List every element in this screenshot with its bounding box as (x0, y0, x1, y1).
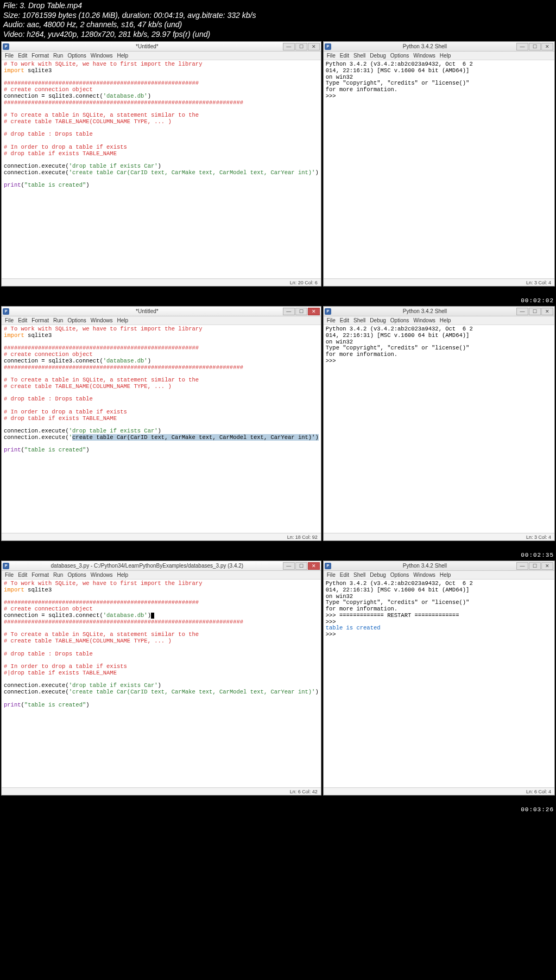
editor-titlebar[interactable]: P databases_3.py - C:/Python34/LearnPyth… (2, 561, 321, 571)
text-cursor (151, 613, 154, 619)
shell-output[interactable]: Python 3.4.2 (v3.4.2:ab2c023a9432, Oct 6… (324, 325, 554, 533)
editor-code-area[interactable]: # To work with SQLite, we have to first … (2, 60, 321, 278)
close-button[interactable]: ✕ (308, 308, 320, 315)
shell-output[interactable]: Python 3.4.2 (v3.4.2:ab2c023a9432, Oct 6… (324, 60, 554, 278)
frame-2: P *Untitled* — ☐ ✕ File Edit Format Run … (0, 305, 556, 542)
menu-shell[interactable]: Shell (353, 317, 365, 323)
shell-statusbar: Ln: 6 Col: 4 (324, 787, 554, 795)
menu-debug[interactable]: Debug (370, 53, 386, 59)
editor-window-3: P databases_3.py - C:/Python34/LearnPyth… (1, 561, 321, 796)
editor-statusbar: Ln: 6 Col: 42 (2, 787, 321, 795)
minimize-button[interactable]: — (516, 562, 528, 570)
editor-statusbar: Ln: 18 Col: 92 (2, 533, 321, 540)
editor-statusbar: Ln: 20 Col: 6 (2, 278, 321, 286)
menu-run[interactable]: Run (53, 317, 63, 323)
window-buttons: — ☐ ✕ (516, 308, 553, 315)
menu-file[interactable]: File (327, 317, 336, 323)
minimize-button[interactable]: — (516, 308, 528, 315)
editor-titlebar[interactable]: P *Untitled* — ☐ ✕ (2, 307, 321, 316)
menu-help[interactable]: Help (117, 53, 128, 59)
shell-titlebar[interactable]: P Python 3.4.2 Shell — ☐ ✕ (324, 307, 554, 316)
minimize-button[interactable]: — (283, 308, 295, 315)
menu-windows[interactable]: Windows (413, 317, 435, 323)
shell-output[interactable]: Python 3.4.2 (v3.4.2:ab2c023a9432, Oct 6… (324, 580, 554, 787)
menu-file[interactable]: File (5, 53, 14, 59)
timestamp-2: 00:02:35 (521, 552, 554, 558)
menu-run[interactable]: Run (53, 572, 63, 578)
python-icon: P (325, 563, 331, 569)
window-buttons: — ☐ ✕ (516, 43, 553, 50)
maximize-button[interactable]: ☐ (529, 43, 541, 50)
menu-help[interactable]: Help (440, 53, 451, 59)
menu-edit[interactable]: Edit (18, 317, 27, 323)
minimize-button[interactable]: — (283, 43, 295, 50)
shell-statusbar: Ln: 3 Col: 4 (324, 278, 554, 286)
menu-options[interactable]: Options (390, 53, 409, 59)
editor-titlebar[interactable]: P *Untitled* — ☐ ✕ (2, 42, 321, 52)
menu-file[interactable]: File (327, 53, 336, 59)
maximize-button[interactable]: ☐ (295, 308, 307, 315)
close-button[interactable]: ✕ (541, 308, 553, 315)
meta-video: Video: h264, yuv420p, 1280x720, 281 kb/s… (3, 30, 553, 40)
menu-debug[interactable]: Debug (370, 572, 386, 578)
shell-titlebar[interactable]: P Python 3.4.2 Shell — ☐ ✕ (324, 42, 554, 52)
menu-file[interactable]: File (5, 317, 14, 323)
menu-windows[interactable]: Windows (413, 572, 435, 578)
editor-code-area[interactable]: # To work with SQLite, we have to first … (2, 580, 321, 787)
meta-file: File: 3. Drop Table.mp4 (3, 1, 553, 11)
maximize-button[interactable]: ☐ (295, 562, 307, 570)
menu-file[interactable]: File (5, 572, 14, 578)
menu-edit[interactable]: Edit (18, 53, 27, 59)
editor-menubar: File Edit Format Run Options Windows Hel… (2, 52, 321, 60)
menu-edit[interactable]: Edit (340, 53, 349, 59)
menu-edit[interactable]: Edit (18, 572, 27, 578)
menu-shell[interactable]: Shell (353, 53, 365, 59)
close-button[interactable]: ✕ (308, 562, 320, 570)
timestamp-3: 00:03:26 (521, 806, 554, 813)
python-icon: P (3, 308, 9, 315)
menu-help[interactable]: Help (440, 572, 451, 578)
close-button[interactable]: ✕ (308, 43, 320, 50)
menu-run[interactable]: Run (53, 53, 63, 59)
menu-debug[interactable]: Debug (370, 317, 386, 323)
close-button[interactable]: ✕ (541, 43, 553, 50)
maximize-button[interactable]: ☐ (529, 308, 541, 315)
menu-shell[interactable]: Shell (353, 572, 365, 578)
menu-options[interactable]: Options (390, 572, 409, 578)
menu-options[interactable]: Options (67, 572, 86, 578)
menu-windows[interactable]: Windows (91, 572, 113, 578)
menu-format[interactable]: Format (31, 572, 49, 578)
menu-edit[interactable]: Edit (340, 572, 349, 578)
menu-options[interactable]: Options (390, 317, 409, 323)
shell-menubar: File Edit Shell Debug Options Windows He… (324, 316, 554, 325)
maximize-button[interactable]: ☐ (529, 562, 541, 570)
menu-edit[interactable]: Edit (340, 317, 349, 323)
menu-windows[interactable]: Windows (91, 317, 113, 323)
menu-windows[interactable]: Windows (413, 53, 435, 59)
editor-window-2: P *Untitled* — ☐ ✕ File Edit Format Run … (1, 306, 321, 541)
window-buttons: — ☐ ✕ (283, 43, 320, 50)
frame-1: P *Untitled* — ☐ ✕ File Edit Format Run … (0, 40, 556, 288)
menu-help[interactable]: Help (117, 317, 128, 323)
timestamp-1: 00:02:02 (521, 297, 554, 304)
window-buttons: — ☐ ✕ (283, 308, 320, 315)
close-button[interactable]: ✕ (541, 562, 553, 570)
menu-options[interactable]: Options (67, 53, 86, 59)
shell-title: Python 3.4.2 Shell (333, 308, 516, 314)
menu-options[interactable]: Options (67, 317, 86, 323)
menu-format[interactable]: Format (31, 53, 49, 59)
editor-code-area[interactable]: # To work with SQLite, we have to first … (2, 325, 321, 533)
menu-help[interactable]: Help (440, 317, 451, 323)
menu-windows[interactable]: Windows (91, 53, 113, 59)
shell-title: Python 3.4.2 Shell (333, 563, 516, 569)
menu-help[interactable]: Help (117, 572, 128, 578)
meta-size: Size: 10761599 bytes (10.26 MiB), durati… (3, 11, 553, 21)
minimize-button[interactable]: — (516, 43, 528, 50)
minimize-button[interactable]: — (283, 562, 295, 570)
python-icon: P (325, 43, 331, 50)
maximize-button[interactable]: ☐ (295, 43, 307, 50)
menu-file[interactable]: File (327, 572, 336, 578)
menu-format[interactable]: Format (31, 317, 49, 323)
shell-window-2: P Python 3.4.2 Shell — ☐ ✕ File Edit She… (323, 306, 555, 541)
shell-titlebar[interactable]: P Python 3.4.2 Shell — ☐ ✕ (324, 561, 554, 571)
